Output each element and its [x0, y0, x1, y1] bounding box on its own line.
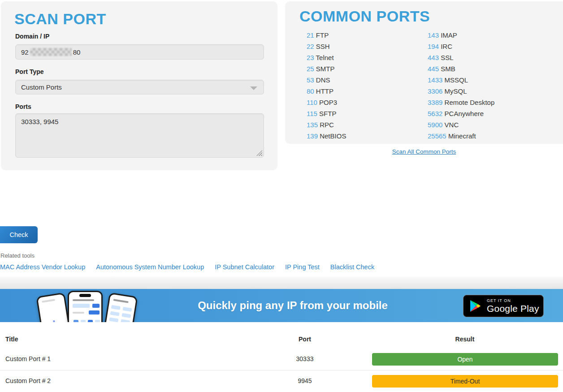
results-table-header: Title Port Result [0, 331, 563, 349]
common-ports-title: COMMON PORTS [299, 8, 430, 25]
port-service-name: SMTP [314, 65, 335, 73]
port-number-link[interactable]: 143 [428, 31, 439, 39]
common-port-item: 115 SFTP [307, 108, 346, 119]
port-number-link[interactable]: 3306 [428, 87, 442, 95]
domain-ip-value-suffix: 80 [73, 48, 81, 56]
port-number-link[interactable]: 80 [307, 87, 314, 95]
common-port-item: 143 IMAP [428, 30, 494, 41]
related-tool-link[interactable]: IP Ping Test [285, 263, 320, 271]
port-service-name: POP3 [317, 99, 337, 106]
scan-port-title: SCAN PORT [14, 10, 106, 28]
common-port-item: 25565 Minecraft [428, 130, 494, 142]
page: SCAN PORT Domain / IP 9280 Port Type Cus… [0, 0, 563, 392]
port-service-name: DNS [314, 76, 330, 84]
port-service-name: NetBIOS [318, 132, 346, 140]
status-badge: Open [372, 353, 558, 366]
results-table: Title Port Result Custom Port # 130333Op… [0, 331, 563, 392]
port-number-link[interactable]: 135 [307, 121, 318, 129]
port-type-select[interactable]: Custom Ports [15, 80, 264, 95]
port-number-link[interactable]: 53 [307, 76, 314, 84]
port-number-link[interactable]: 5900 [428, 121, 442, 129]
phone-left-image [36, 293, 72, 322]
common-port-item: 5632 PCAnywhere [428, 108, 494, 119]
row-port: 9945 [298, 377, 312, 384]
port-number-link[interactable]: 194 [428, 43, 439, 50]
scan-port-panel: SCAN PORT Domain / IP 9280 Port Type Cus… [1, 1, 277, 170]
google-play-badge-bottom-text: Google Play [487, 303, 539, 314]
check-button[interactable]: Check [0, 226, 38, 243]
port-service-name: Telnet [314, 54, 334, 61]
table-row: Custom Port # 130333Open [0, 349, 563, 370]
domain-ip-input[interactable]: 9280 [15, 44, 264, 60]
table-row: Custom Port # 29945Timed-Out [0, 370, 563, 392]
port-number-link[interactable]: 5632 [428, 110, 442, 117]
common-port-item: 194 IRC [428, 41, 494, 52]
phone-right-image [101, 293, 138, 322]
port-service-name: Remote Desktop [442, 99, 494, 106]
google-play-badge-top-text: GET IT ON [487, 298, 539, 303]
port-service-name: PCAnywhere [442, 110, 484, 117]
port-number-link[interactable]: 110 [307, 99, 317, 106]
google-play-icon [470, 300, 481, 312]
header-port: Port [299, 336, 311, 343]
related-tool-link[interactable]: IP Subnet Calculator [215, 263, 274, 271]
port-service-name: HTTP [314, 87, 333, 95]
common-ports-column-left: 21 FTP22 SSH23 Telnet25 SMTP53 DNS80 HTT… [307, 30, 346, 142]
common-port-item: 25 SMTP [307, 63, 346, 74]
common-port-item: 110 POP3 [307, 97, 346, 108]
common-port-item: 3306 MySQL [428, 86, 494, 97]
port-service-name: SMB [439, 65, 455, 73]
related-tool-link[interactable]: Blacklist Check [330, 263, 374, 271]
related-tool-link[interactable]: MAC Address Vendor Lookup [0, 263, 85, 271]
chevron-down-icon [250, 86, 257, 90]
domain-ip-label: Domain / IP [15, 33, 49, 40]
port-service-name: SFTP [317, 110, 337, 117]
port-number-link[interactable]: 22 [307, 43, 314, 50]
row-title: Custom Port # 1 [5, 355, 51, 362]
port-number-link[interactable]: 139 [307, 132, 318, 140]
ports-label: Ports [15, 103, 31, 110]
common-port-item: 443 SSL [428, 52, 494, 63]
common-ports-panel: COMMON PORTS 21 FTP22 SSH23 Telnet25 SMT… [285, 1, 563, 144]
port-number-link[interactable]: 23 [307, 54, 314, 61]
redacted-segment [30, 48, 72, 56]
port-number-link[interactable]: 21 [307, 31, 314, 39]
port-service-name: FTP [314, 31, 329, 39]
common-ports-column-right: 143 IMAP194 IRC443 SSL445 SMB1433 MSSQL3… [428, 30, 494, 142]
common-port-item: 1433 MSSQL [428, 74, 494, 86]
resize-handle-icon[interactable] [256, 150, 262, 156]
google-play-badge[interactable]: GET IT ON Google Play [463, 295, 544, 317]
port-service-name: MSSQL [442, 76, 468, 84]
ports-textarea[interactable]: 30333, 9945 [15, 113, 264, 158]
section-divider-band [0, 276, 563, 289]
port-service-name: Minecraft [446, 132, 476, 140]
row-port: 30333 [296, 355, 314, 362]
ports-value: 30333, 9945 [21, 118, 58, 125]
related-tools-links: MAC Address Vendor LookupAutonomous Syst… [0, 263, 374, 271]
port-service-name: RPC [318, 121, 334, 129]
port-number-link[interactable]: 1433 [428, 76, 442, 84]
related-tools-label: Related tools [0, 252, 35, 259]
port-type-value: Custom Ports [21, 83, 62, 91]
port-number-link[interactable]: 445 [428, 65, 439, 73]
common-port-item: 22 SSH [307, 41, 346, 52]
banner-headline: Quickly ping any IP from your mobile [198, 299, 388, 312]
port-number-link[interactable]: 25565 [428, 132, 446, 140]
common-port-item: 80 HTTP [307, 86, 346, 97]
common-port-item: 139 NetBIOS [307, 130, 346, 142]
port-number-link[interactable]: 443 [428, 54, 439, 61]
port-type-label: Port Type [15, 68, 44, 75]
port-service-name: VNC [442, 121, 459, 129]
port-number-link[interactable]: 3389 [428, 99, 442, 106]
common-port-item: 135 RPC [307, 119, 346, 130]
port-number-link[interactable]: 25 [307, 65, 314, 73]
status-badge: Timed-Out [372, 375, 558, 388]
scan-all-common-ports-link[interactable]: Scan All Common Ports [285, 148, 563, 155]
common-port-item: 21 FTP [307, 30, 346, 41]
phone-middle-image [68, 291, 103, 322]
related-tool-link[interactable]: Autonomous System Number Lookup [96, 263, 204, 271]
header-result: Result [455, 336, 475, 343]
port-service-name: SSL [439, 54, 454, 61]
port-number-link[interactable]: 115 [307, 110, 317, 117]
common-port-item: 445 SMB [428, 63, 494, 74]
